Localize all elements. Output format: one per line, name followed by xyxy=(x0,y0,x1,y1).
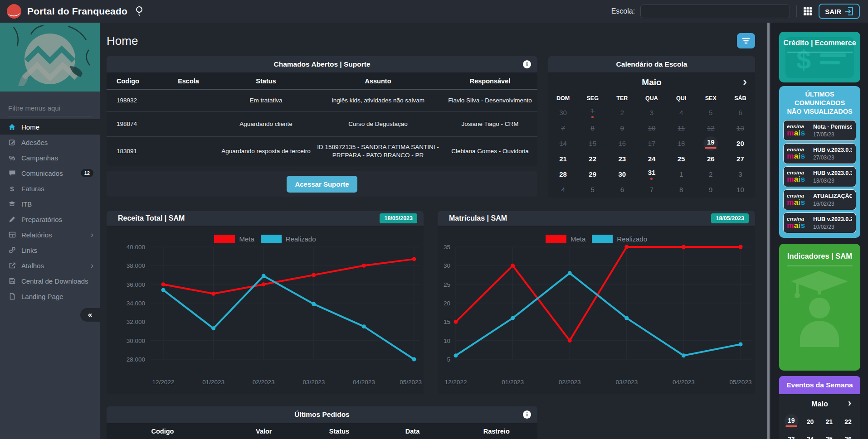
calendar-day[interactable]: 11 xyxy=(667,121,696,136)
calendar-day[interactable]: 21 xyxy=(548,151,578,167)
table-row[interactable]: 198874Aguardando clienteCurso de Degusta… xyxy=(107,112,537,137)
calendar-day[interactable]: 12 xyxy=(696,121,726,136)
sidebar-item-itb[interactable]: ITB xyxy=(0,196,100,212)
table-cell: 198874 xyxy=(107,117,158,131)
brand-bottom: mais xyxy=(787,152,810,160)
calendar-day[interactable]: 23 xyxy=(607,151,637,167)
column-header: Responsável xyxy=(443,74,537,88)
credito-ecommerce-card[interactable]: $ Crédito | Ecommerce xyxy=(779,32,860,82)
calendar-day[interactable]: 16 xyxy=(607,136,637,151)
calendar-grid: 3012345678910111213141516171819202122232… xyxy=(548,105,755,198)
school-input[interactable] xyxy=(640,5,790,18)
calendar-day[interactable]: 22 xyxy=(578,151,607,167)
calendar-next-icon[interactable]: › xyxy=(743,76,747,87)
sidebar-item-campanhas[interactable]: %Campanhas xyxy=(0,150,100,165)
calendar-day[interactable]: 20 xyxy=(726,136,755,151)
lightbulb-icon[interactable] xyxy=(135,6,144,17)
calendar-day[interactable]: 10 xyxy=(726,182,755,198)
eventos-day[interactable]: 25 xyxy=(820,430,839,439)
calendar-day[interactable]: 31 xyxy=(637,167,666,182)
menu-filter-input[interactable] xyxy=(8,102,92,116)
calendar-day[interactable]: 8 xyxy=(667,182,696,198)
info-icon[interactable]: i xyxy=(523,410,531,419)
calendar-day[interactable]: 8 xyxy=(578,121,607,136)
calendar-day[interactable]: 30 xyxy=(607,167,637,182)
calendar-day[interactable]: 2 xyxy=(696,167,726,182)
calendar-day[interactable]: 18 xyxy=(667,136,696,151)
logout-button[interactable]: SAIR xyxy=(819,4,860,19)
legend-swatch xyxy=(592,235,613,243)
legend-label: Meta xyxy=(239,235,254,243)
calendar-day[interactable]: 5 xyxy=(578,182,607,198)
indicadores-card[interactable]: Indicadores | SAM xyxy=(779,244,860,371)
eventos-day[interactable]: 24 xyxy=(801,430,820,439)
comunicado-title: HUB v.2023.0.2.328 xyxy=(813,216,852,222)
chart-legend: MetaRealizado xyxy=(107,235,424,243)
table-row[interactable]: 183091Aguardando resposta de terceiroID … xyxy=(107,137,537,166)
calendar-day[interactable]: 17 xyxy=(637,136,666,151)
eventos-day[interactable]: 20 xyxy=(801,413,820,430)
calendar-day[interactable]: 6 xyxy=(726,105,755,121)
calendar-day-number: 30 xyxy=(619,171,626,178)
comunicado-item[interactable]: ensinamaisNota - Permissões ...17/05/23 xyxy=(783,120,856,141)
calendar-day[interactable]: 27 xyxy=(726,151,755,167)
calendar-day[interactable]: 5 xyxy=(696,105,726,121)
apps-grid-icon[interactable] xyxy=(803,7,812,16)
calendar-day[interactable]: 4 xyxy=(548,182,578,198)
calendar-day[interactable]: 7 xyxy=(637,182,666,198)
calendar-day[interactable]: 29 xyxy=(578,167,607,182)
calendar-day[interactable]: 19 xyxy=(696,136,726,151)
sidebar-item-landing-page[interactable]: Landing Page xyxy=(0,289,100,304)
calendar-day[interactable]: 1 xyxy=(667,167,696,182)
comunicado-item[interactable]: ensinamaisHUB v.2023.0.2.32810/02/23 xyxy=(783,212,856,233)
calendar-day[interactable]: 26 xyxy=(696,151,726,167)
filter-button[interactable] xyxy=(737,33,755,48)
eventos-day[interactable]: 23 xyxy=(782,430,801,439)
calendar-day[interactable]: 24 xyxy=(637,151,666,167)
calendar-day[interactable]: 1 xyxy=(578,105,607,121)
eventos-day[interactable]: 19 xyxy=(782,413,801,430)
calendar-day[interactable]: 2 xyxy=(607,105,637,121)
eventos-day[interactable]: 22 xyxy=(839,413,858,430)
calendar-day[interactable]: 3 xyxy=(637,105,666,121)
sidebar-item-comunicados[interactable]: Comunicados12 xyxy=(0,165,100,181)
eventos-next-icon[interactable]: › xyxy=(848,398,851,408)
eventos-day[interactable]: 26 xyxy=(839,430,858,439)
calendar-day[interactable]: 28 xyxy=(548,167,578,182)
comunicado-item[interactable]: ensinamaisHUB v.2023.0.3.33527/03/23 xyxy=(783,143,856,164)
percent-icon: % xyxy=(8,154,16,162)
sidebar-item-central-de-downloads[interactable]: Central de Downloads xyxy=(0,273,100,289)
calendar-day[interactable]: 15 xyxy=(578,136,607,151)
sidebar-item-faturas[interactable]: $Faturas xyxy=(0,181,100,196)
column-header: Assunto xyxy=(313,74,443,88)
sidebar-item-relatorios[interactable]: Relatórios› xyxy=(0,227,100,242)
acessar-suporte-button[interactable]: Acessar Suporte xyxy=(287,176,357,193)
calendar-day[interactable]: 9 xyxy=(696,182,726,198)
main-scrollbar[interactable] xyxy=(767,23,770,439)
calendar-day[interactable]: 3 xyxy=(726,167,755,182)
sidebar-item-adesoes[interactable]: Adesões xyxy=(0,135,100,150)
calendar-day[interactable]: 6 xyxy=(607,182,637,198)
external-icon xyxy=(8,262,16,270)
chamados-table-header: CodigoEscolaStatusAssuntoResponsável xyxy=(107,73,537,90)
eventos-day[interactable]: 21 xyxy=(820,413,839,430)
sidebar-item-preparatorios[interactable]: Preparatórios xyxy=(0,212,100,227)
calendar-day[interactable]: 25 xyxy=(667,151,696,167)
sidebar-item-links[interactable]: Links xyxy=(0,242,100,258)
calendar-day[interactable]: 4 xyxy=(667,105,696,121)
comunicado-item[interactable]: ensinamaisATUALIZAÇÃO: MUD...16/02/23 xyxy=(783,189,856,210)
calendar-day[interactable]: 30 xyxy=(548,105,578,121)
calendar-day[interactable]: 13 xyxy=(726,121,755,136)
sidebar-collapse-button[interactable]: « xyxy=(80,308,100,322)
sidebar-item-atalhos[interactable]: Atalhos› xyxy=(0,258,100,273)
info-icon[interactable]: i xyxy=(523,60,531,68)
comunicado-item[interactable]: ensinamaisHUB v.2023.0.3.33313/03/23 xyxy=(783,166,856,187)
sidebar-item-home[interactable]: Home xyxy=(0,119,100,135)
calendar-day[interactable]: 14 xyxy=(548,136,578,151)
calendar-day[interactable]: 9 xyxy=(607,121,637,136)
unread-count-badge: 12 xyxy=(81,169,93,177)
table-cell: 198932 xyxy=(107,94,158,107)
calendar-day[interactable]: 10 xyxy=(637,121,666,136)
table-row[interactable]: 198932Em tratativaInglês kids, atividade… xyxy=(107,90,537,112)
calendar-day[interactable]: 7 xyxy=(548,121,578,136)
